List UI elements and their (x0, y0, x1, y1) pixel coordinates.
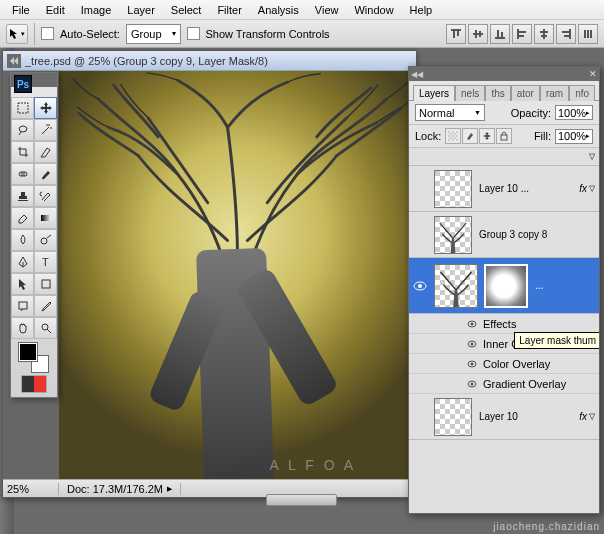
eye-icon[interactable] (467, 339, 477, 349)
layer-row-selected[interactable]: ... (409, 258, 599, 314)
stamp-tool-icon[interactable] (11, 185, 34, 207)
menu-window[interactable]: Window (346, 2, 401, 18)
wand-tool-icon[interactable] (34, 119, 57, 141)
tab-info[interactable]: nfo (569, 85, 595, 101)
align-vcenter-icon[interactable] (468, 24, 488, 44)
quickmask-toggle[interactable] (21, 375, 47, 393)
panel-header[interactable]: ◀◀ ✕ (409, 67, 599, 81)
crop-tool-icon[interactable] (11, 141, 34, 163)
effect-item[interactable]: Color Overlay (409, 354, 599, 374)
doc-info[interactable]: Doc: 17.3M/176.2M ▶ (59, 483, 181, 495)
path-select-tool-icon[interactable] (11, 273, 34, 295)
layer-thumbnail[interactable] (434, 264, 478, 308)
layer-name[interactable]: Layer 10 (475, 411, 579, 422)
tab-handle-icon[interactable] (7, 54, 21, 68)
canvas-area[interactable]: A L F O A (3, 71, 416, 479)
auto-select-checkbox[interactable] (41, 27, 54, 40)
layer-thumbnail[interactable] (434, 398, 472, 436)
layer-thumbnail[interactable] (434, 216, 472, 254)
hscroll-thumb[interactable] (266, 494, 337, 506)
tab-histogram[interactable]: ram (540, 85, 569, 101)
canvas[interactable]: A L F O A (59, 71, 416, 479)
heal-tool-icon[interactable] (11, 163, 34, 185)
tab-layers[interactable]: Layers (413, 85, 455, 101)
opacity-field[interactable]: 100% ▸ (555, 105, 593, 120)
gradient-tool-icon[interactable] (34, 207, 57, 229)
menu-analysis[interactable]: Analysis (250, 2, 307, 18)
chevron-down-icon[interactable]: ▽ (589, 184, 595, 193)
align-right-icon[interactable] (556, 24, 576, 44)
close-icon[interactable]: ✕ (589, 69, 597, 79)
fg-bg-swatch[interactable] (19, 343, 49, 373)
eraser-tool-icon[interactable] (11, 207, 34, 229)
menu-view[interactable]: View (307, 2, 347, 18)
fx-badge[interactable]: fx (579, 411, 587, 422)
distribute-icon[interactable] (578, 24, 598, 44)
doc-info-menu-icon[interactable]: ▶ (167, 485, 172, 493)
photoshop-logo-icon[interactable]: Ps (14, 75, 32, 93)
menu-edit[interactable]: Edit (38, 2, 73, 18)
opacity-flyout-icon[interactable]: ▸ (586, 109, 590, 117)
move-tool-icon[interactable] (34, 97, 57, 119)
blend-mode-dropdown[interactable]: Normal ▼ (415, 104, 485, 121)
layer-row[interactable]: Layer 10 ... fx ▽ (409, 166, 599, 212)
history-brush-tool-icon[interactable] (34, 185, 57, 207)
fill-field[interactable]: 100% ▸ (555, 129, 593, 144)
align-left-icon[interactable] (512, 24, 532, 44)
lock-transparency-icon[interactable] (445, 128, 461, 144)
slice-tool-icon[interactable] (34, 141, 57, 163)
brush-tool-icon[interactable] (34, 163, 57, 185)
type-tool-icon[interactable]: T (34, 251, 57, 273)
layer-row[interactable]: Group 3 copy 8 (409, 212, 599, 258)
fill-flyout-icon[interactable]: ▸ (586, 132, 590, 140)
layer-mask-thumbnail[interactable] (484, 264, 528, 308)
eye-icon[interactable] (467, 379, 477, 389)
auto-select-dropdown[interactable]: Group ▾ (126, 24, 181, 44)
menu-filter[interactable]: Filter (209, 2, 249, 18)
pen-tool-icon[interactable] (11, 251, 34, 273)
eyedropper-tool-icon[interactable] (34, 295, 57, 317)
lock-all-icon[interactable] (496, 128, 512, 144)
effect-item[interactable]: Gradient Overlay (409, 374, 599, 394)
tab-navigator[interactable]: ator (511, 85, 540, 101)
toolbox-header[interactable]: Ps (11, 73, 57, 87)
shape-tool-icon[interactable] (34, 273, 57, 295)
move-tool-icon[interactable]: ▾ (6, 24, 28, 44)
align-bottom-icon[interactable] (490, 24, 510, 44)
lock-position-icon[interactable] (479, 128, 495, 144)
lock-pixels-icon[interactable] (462, 128, 478, 144)
layer-name[interactable]: Group 3 copy 8 (475, 229, 599, 240)
fg-color-swatch[interactable] (19, 343, 37, 361)
document-titlebar[interactable]: _tree.psd @ 25% (Group 3 copy 9, Layer M… (3, 51, 416, 71)
menu-help[interactable]: Help (402, 2, 441, 18)
layer-row-partial[interactable]: ▽ (409, 148, 599, 166)
effects-header[interactable]: Effects (409, 314, 599, 334)
eye-icon[interactable] (467, 319, 477, 329)
zoom-field[interactable]: 25% (3, 483, 59, 495)
lasso-tool-icon[interactable] (11, 119, 34, 141)
eye-icon[interactable] (467, 359, 477, 369)
show-transform-checkbox[interactable] (187, 27, 200, 40)
blur-tool-icon[interactable] (11, 229, 34, 251)
align-hcenter-icon[interactable] (534, 24, 554, 44)
dodge-tool-icon[interactable] (34, 229, 57, 251)
marquee-tool-icon[interactable] (11, 97, 34, 119)
layer-list[interactable]: Layer mask thum ▽ Layer 10 ... fx ▽ (409, 148, 599, 513)
notes-tool-icon[interactable] (11, 295, 34, 317)
collapse-icon[interactable]: ◀◀ (411, 70, 423, 79)
layer-row[interactable]: Layer 10 fx ▽ (409, 394, 599, 440)
tab-paths[interactable]: ths (485, 85, 510, 101)
visibility-toggle[interactable] (409, 281, 431, 291)
menu-image[interactable]: Image (73, 2, 120, 18)
zoom-tool-icon[interactable] (34, 317, 57, 339)
menu-file[interactable]: File (4, 2, 38, 18)
menu-layer[interactable]: Layer (119, 2, 163, 18)
fx-badge[interactable]: fx (579, 183, 587, 194)
hand-tool-icon[interactable] (11, 317, 34, 339)
tab-channels[interactable]: nels (455, 85, 485, 101)
align-top-icon[interactable] (446, 24, 466, 44)
layer-ellipsis[interactable]: ... (531, 280, 599, 291)
chevron-down-icon[interactable]: ▽ (589, 412, 595, 421)
layer-name[interactable]: Layer 10 ... (475, 183, 579, 194)
layer-thumbnail[interactable] (434, 170, 472, 208)
